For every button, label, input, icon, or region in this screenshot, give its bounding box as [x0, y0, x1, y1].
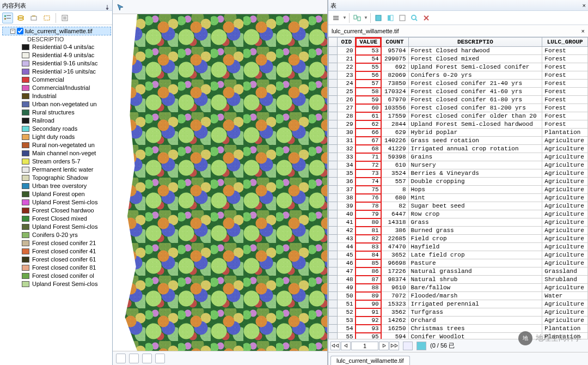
layer-visibility-checkbox[interactable]	[17, 28, 23, 34]
column-header[interactable]: LULC_GROUP	[542, 38, 588, 47]
legend-item[interactable]: Light duty roads	[1, 133, 112, 141]
legend-item[interactable]: Forest Closed hardwoo	[1, 206, 112, 215]
delete-selected-button[interactable]	[421, 13, 432, 23]
table-row[interactable]: 3472610NurseryAgriculture	[329, 161, 588, 169]
row-selector[interactable]	[329, 129, 338, 137]
legend-item[interactable]: Topographic Shadow	[1, 174, 112, 182]
attribute-datagrid[interactable]: OIDVALUECOUNTDESCRIPTIOLULC_GROUP 205395…	[328, 37, 588, 339]
show-selected-button[interactable]	[416, 342, 426, 350]
row-selector[interactable]	[329, 194, 338, 202]
previous-record-button[interactable]: ᐊ	[341, 342, 351, 350]
table-row[interactable]: 35733524Berries & VineyardsAgriculture	[329, 169, 588, 178]
last-record-button[interactable]: ᐅᐅ	[389, 342, 399, 350]
list-by-selection-button[interactable]	[41, 13, 52, 23]
legend-item[interactable]: Urban tree overstory	[1, 182, 112, 190]
list-by-visibility-button[interactable]	[28, 13, 39, 23]
legend-item[interactable]: Residential 4-9 units/ac	[1, 51, 112, 59]
legend-item[interactable]: Upland Forest Semi-clos	[1, 198, 112, 206]
row-selector[interactable]	[329, 317, 338, 325]
table-row[interactable]: 468596698PastureAgriculture	[329, 259, 588, 267]
row-selector[interactable]	[329, 284, 338, 292]
switch-selection-button[interactable]	[385, 13, 396, 23]
table-row[interactable]: 265967970Forest closed conifer 61-80 yrs…	[329, 96, 588, 104]
row-selector[interactable]	[329, 96, 338, 104]
legend-item[interactable]: Rural structures	[1, 108, 112, 117]
table-row[interactable]: 488798374Natural shrubShrubland	[329, 276, 588, 284]
legend-item[interactable]: Permanent lentic water	[1, 166, 112, 174]
layout-view-button[interactable]	[129, 354, 139, 363]
table-row[interactable]: 37758HopsAgriculture	[329, 186, 588, 194]
row-selector[interactable]	[329, 308, 338, 317]
legend-item[interactable]: Forest closed conifer 61	[1, 256, 112, 264]
table-row[interactable]: 40796447Row cropAgriculture	[329, 210, 588, 218]
table-row[interactable]: 52913562TurfgrassAgriculture	[329, 308, 588, 317]
row-selector[interactable]	[329, 88, 338, 96]
column-header[interactable]: COUNT	[381, 38, 408, 47]
table-row[interactable]: 2255692Upland Forest Semi-closed conifer…	[329, 63, 588, 71]
legend-item[interactable]: Residential >16 units/ac	[1, 68, 112, 76]
legend-item[interactable]: Residential 0-4 units/ac	[1, 43, 112, 51]
row-selector[interactable]	[329, 235, 338, 243]
row-selector[interactable]	[329, 251, 338, 259]
table-row[interactable]: 3066629Hybrid poplarPlantation	[329, 129, 588, 137]
legend-item[interactable]: Urban non-vegetated un	[1, 100, 112, 108]
row-selector[interactable]	[329, 104, 338, 112]
table-row[interactable]: 2760103556Forest closed conifer 81-200 y…	[329, 104, 588, 112]
row-selector[interactable]	[329, 186, 338, 194]
related-tables-button[interactable]	[352, 13, 363, 23]
legend-item[interactable]: Upland Forest open	[1, 190, 112, 198]
row-selector[interactable]	[329, 112, 338, 120]
legend-item[interactable]: Commercial/Industrial	[1, 84, 112, 92]
map-tool-button[interactable]	[115, 2, 126, 13]
table-row[interactable]: 45843652Late field cropAgriculture	[329, 251, 588, 259]
legend-item[interactable]: Rural non-vegetated un	[1, 141, 112, 149]
table-options-button[interactable]	[330, 13, 341, 23]
legend-item[interactable]: Forest closed conifer 41	[1, 247, 112, 256]
row-selector[interactable]	[329, 161, 338, 169]
legend-item[interactable]: Commercial	[1, 76, 112, 84]
legend-item[interactable]: Residential 9-16 units/ac	[1, 59, 112, 68]
row-selector[interactable]	[329, 227, 338, 235]
legend-item[interactable]: Stream orders 5-7	[1, 157, 112, 166]
row-selector[interactable]	[329, 243, 338, 251]
collapse-icon[interactable]: −	[10, 29, 15, 34]
row-selector[interactable]	[329, 47, 338, 55]
first-record-button[interactable]: ᐊᐊ	[330, 342, 340, 350]
legend-item[interactable]: Forest closed conifer 21	[1, 239, 112, 247]
dropdown-icon[interactable]: ▼	[364, 15, 368, 20]
table-row[interactable]: 4281386Burned grassAgriculture	[329, 227, 588, 235]
row-selector[interactable]	[329, 218, 338, 227]
record-number-input[interactable]	[351, 342, 378, 350]
legend-item[interactable]: Forest Closed mixed	[1, 215, 112, 223]
table-row[interactable]: 50897072Flooded/marshWater	[329, 292, 588, 300]
options-button[interactable]	[59, 13, 70, 23]
column-header[interactable]: VALUE	[356, 38, 381, 47]
close-icon[interactable]: ×	[583, 0, 586, 10]
row-selector[interactable]	[329, 292, 338, 300]
close-tab-icon[interactable]: ×	[581, 28, 585, 34]
list-by-source-button[interactable]	[15, 13, 26, 23]
table-row[interactable]: 326841229Irrigated annual crop rotationA…	[329, 145, 588, 153]
row-selector[interactable]	[329, 137, 338, 145]
refresh-button[interactable]	[142, 354, 152, 363]
table-row[interactable]: 205395704Forest Closed hardwoodForest	[329, 47, 588, 55]
table-row[interactable]: 397882Sugar beet seedAgriculture	[329, 202, 588, 210]
dropdown-icon[interactable]: ▼	[342, 15, 347, 20]
row-selector[interactable]	[329, 63, 338, 71]
row-selector[interactable]	[329, 169, 338, 178]
data-view-button[interactable]	[116, 354, 126, 363]
table-row[interactable]: 3167140226Grass seed rotationAgriculture	[329, 137, 588, 145]
select-by-attributes-button[interactable]	[373, 13, 384, 23]
table-row[interactable]: 478617226Natural grasslandGrassland	[329, 267, 588, 276]
legend-item[interactable]: Secondary roads	[1, 125, 112, 133]
row-selector[interactable]	[329, 55, 338, 63]
table-row[interactable]: 286117559Forest closed conifer older tha…	[329, 112, 588, 120]
table-row[interactable]: 2558170324Forest closed conifer 41-60 yr…	[329, 88, 588, 96]
row-selector[interactable]	[329, 202, 338, 210]
legend-item[interactable]: Upland Forest Semi-clos	[1, 280, 112, 288]
zoom-to-selected-button[interactable]	[409, 13, 420, 23]
table-row[interactable]: 2154299075Forest Closed mixedForest	[329, 55, 588, 63]
table-row[interactable]: 519015323Irrigated perennialAgriculture	[329, 300, 588, 308]
table-row[interactable]: 448347470HayfieldAgriculture	[329, 243, 588, 251]
pause-drawing-button[interactable]	[155, 354, 165, 363]
